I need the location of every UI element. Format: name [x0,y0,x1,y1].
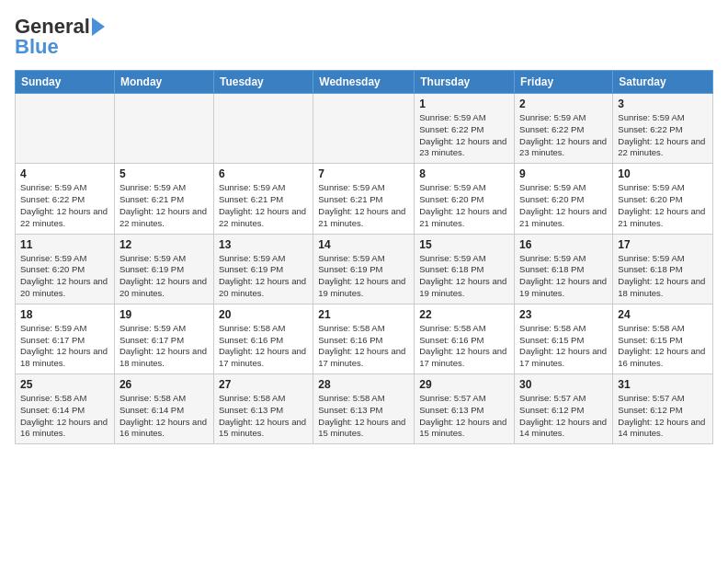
calendar-body: 1Sunrise: 5:59 AM Sunset: 6:22 PM Daylig… [16,94,713,444]
calendar-cell: 1Sunrise: 5:59 AM Sunset: 6:22 PM Daylig… [415,94,515,164]
calendar-cell: 7Sunrise: 5:59 AM Sunset: 6:21 PM Daylig… [313,164,415,234]
day-info: Sunrise: 5:59 AM Sunset: 6:19 PM Dayligh… [318,253,409,300]
day-info: Sunrise: 5:58 AM Sunset: 6:14 PM Dayligh… [119,393,209,440]
logo-text-blue: Blue [15,35,59,59]
calendar-cell: 3Sunrise: 5:59 AM Sunset: 6:22 PM Daylig… [613,94,713,164]
weekday-header-wednesday: Wednesday [313,71,415,94]
day-number: 8 [419,167,509,180]
day-info: Sunrise: 5:59 AM Sunset: 6:20 PM Dayligh… [519,182,608,229]
weekday-header-monday: Monday [114,71,213,94]
calendar-cell: 9Sunrise: 5:59 AM Sunset: 6:20 PM Daylig… [515,164,613,234]
day-info: Sunrise: 5:59 AM Sunset: 6:18 PM Dayligh… [618,253,708,300]
day-number: 5 [119,167,209,180]
day-info: Sunrise: 5:59 AM Sunset: 6:18 PM Dayligh… [519,253,608,300]
calendar-cell: 24Sunrise: 5:58 AM Sunset: 6:15 PM Dayli… [613,304,713,373]
day-info: Sunrise: 5:59 AM Sunset: 6:21 PM Dayligh… [318,182,409,229]
day-number: 2 [519,98,608,110]
calendar-week-row: 18Sunrise: 5:59 AM Sunset: 6:17 PM Dayli… [16,304,713,373]
calendar-cell: 22Sunrise: 5:58 AM Sunset: 6:16 PM Dayli… [415,304,515,373]
day-info: Sunrise: 5:59 AM Sunset: 6:19 PM Dayligh… [219,253,308,300]
calendar-cell: 21Sunrise: 5:58 AM Sunset: 6:16 PM Dayli… [313,304,415,373]
day-number: 25 [20,378,109,391]
logo: General Blue [15,15,105,59]
day-info: Sunrise: 5:59 AM Sunset: 6:20 PM Dayligh… [20,253,109,300]
page-header: General Blue [15,15,713,59]
calendar-cell: 19Sunrise: 5:59 AM Sunset: 6:17 PM Dayli… [114,304,213,373]
day-info: Sunrise: 5:59 AM Sunset: 6:18 PM Dayligh… [419,253,509,300]
weekday-header-row: SundayMondayTuesdayWednesdayThursdayFrid… [16,71,713,94]
day-number: 17 [618,238,708,251]
calendar-cell: 4Sunrise: 5:59 AM Sunset: 6:22 PM Daylig… [16,164,115,234]
day-info: Sunrise: 5:57 AM Sunset: 6:12 PM Dayligh… [519,393,608,440]
calendar-cell: 26Sunrise: 5:58 AM Sunset: 6:14 PM Dayli… [114,374,213,444]
calendar-table: SundayMondayTuesdayWednesdayThursdayFrid… [15,70,713,444]
calendar-cell: 12Sunrise: 5:59 AM Sunset: 6:19 PM Dayli… [114,234,213,304]
calendar-cell: 13Sunrise: 5:59 AM Sunset: 6:19 PM Dayli… [213,234,313,304]
day-number: 20 [219,308,308,321]
day-info: Sunrise: 5:59 AM Sunset: 6:17 PM Dayligh… [119,323,209,370]
calendar-week-row: 11Sunrise: 5:59 AM Sunset: 6:20 PM Dayli… [16,234,713,304]
calendar-cell [213,94,313,164]
calendar-cell: 23Sunrise: 5:58 AM Sunset: 6:15 PM Dayli… [515,304,613,373]
day-info: Sunrise: 5:59 AM Sunset: 6:21 PM Dayligh… [219,182,308,229]
calendar-cell: 16Sunrise: 5:59 AM Sunset: 6:18 PM Dayli… [515,234,613,304]
calendar-cell: 28Sunrise: 5:58 AM Sunset: 6:13 PM Dayli… [313,374,415,444]
day-number: 1 [419,98,509,110]
weekday-header-tuesday: Tuesday [213,71,313,94]
day-info: Sunrise: 5:59 AM Sunset: 6:20 PM Dayligh… [419,182,509,229]
calendar-cell: 31Sunrise: 5:57 AM Sunset: 6:12 PM Dayli… [613,374,713,444]
calendar-cell [114,94,213,164]
day-info: Sunrise: 5:58 AM Sunset: 6:15 PM Dayligh… [618,323,708,370]
day-info: Sunrise: 5:59 AM Sunset: 6:21 PM Dayligh… [119,182,209,229]
day-info: Sunrise: 5:58 AM Sunset: 6:13 PM Dayligh… [318,393,409,440]
day-number: 11 [20,238,109,251]
day-info: Sunrise: 5:58 AM Sunset: 6:14 PM Dayligh… [20,393,109,440]
day-number: 19 [119,308,209,321]
day-info: Sunrise: 5:57 AM Sunset: 6:12 PM Dayligh… [618,393,708,440]
day-info: Sunrise: 5:58 AM Sunset: 6:16 PM Dayligh… [318,323,409,370]
weekday-header-friday: Friday [515,71,613,94]
day-number: 6 [219,167,308,180]
day-number: 14 [318,238,409,251]
day-number: 12 [119,238,209,251]
day-number: 16 [519,238,608,251]
logo-arrow-icon [92,17,105,36]
day-number: 26 [119,378,209,391]
weekday-header-thursday: Thursday [415,71,515,94]
day-number: 3 [618,98,708,110]
day-number: 29 [419,378,509,391]
weekday-header-saturday: Saturday [613,71,713,94]
day-number: 22 [419,308,509,321]
day-number: 7 [318,167,409,180]
calendar-cell: 6Sunrise: 5:59 AM Sunset: 6:21 PM Daylig… [213,164,313,234]
calendar-cell: 29Sunrise: 5:57 AM Sunset: 6:13 PM Dayli… [415,374,515,444]
calendar-week-row: 25Sunrise: 5:58 AM Sunset: 6:14 PM Dayli… [16,374,713,444]
day-number: 24 [618,308,708,321]
calendar-cell [313,94,415,164]
day-number: 31 [618,378,708,391]
day-number: 13 [219,238,308,251]
day-number: 30 [519,378,608,391]
calendar-cell: 8Sunrise: 5:59 AM Sunset: 6:20 PM Daylig… [415,164,515,234]
day-info: Sunrise: 5:59 AM Sunset: 6:19 PM Dayligh… [119,253,209,300]
day-info: Sunrise: 5:59 AM Sunset: 6:17 PM Dayligh… [20,323,109,370]
calendar-cell: 27Sunrise: 5:58 AM Sunset: 6:13 PM Dayli… [213,374,313,444]
calendar-cell: 5Sunrise: 5:59 AM Sunset: 6:21 PM Daylig… [114,164,213,234]
day-number: 9 [519,167,608,180]
day-number: 18 [20,308,109,321]
day-info: Sunrise: 5:59 AM Sunset: 6:22 PM Dayligh… [419,112,509,159]
calendar-cell: 14Sunrise: 5:59 AM Sunset: 6:19 PM Dayli… [313,234,415,304]
calendar-cell: 18Sunrise: 5:59 AM Sunset: 6:17 PM Dayli… [16,304,115,373]
calendar-cell: 11Sunrise: 5:59 AM Sunset: 6:20 PM Dayli… [16,234,115,304]
calendar-cell: 15Sunrise: 5:59 AM Sunset: 6:18 PM Dayli… [415,234,515,304]
day-info: Sunrise: 5:58 AM Sunset: 6:13 PM Dayligh… [219,393,308,440]
calendar-week-row: 1Sunrise: 5:59 AM Sunset: 6:22 PM Daylig… [16,94,713,164]
calendar-cell: 2Sunrise: 5:59 AM Sunset: 6:22 PM Daylig… [515,94,613,164]
day-number: 27 [219,378,308,391]
day-number: 4 [20,167,109,180]
day-info: Sunrise: 5:59 AM Sunset: 6:22 PM Dayligh… [20,182,109,229]
day-info: Sunrise: 5:58 AM Sunset: 6:16 PM Dayligh… [219,323,308,370]
calendar-cell: 25Sunrise: 5:58 AM Sunset: 6:14 PM Dayli… [16,374,115,444]
day-number: 28 [318,378,409,391]
calendar-week-row: 4Sunrise: 5:59 AM Sunset: 6:22 PM Daylig… [16,164,713,234]
